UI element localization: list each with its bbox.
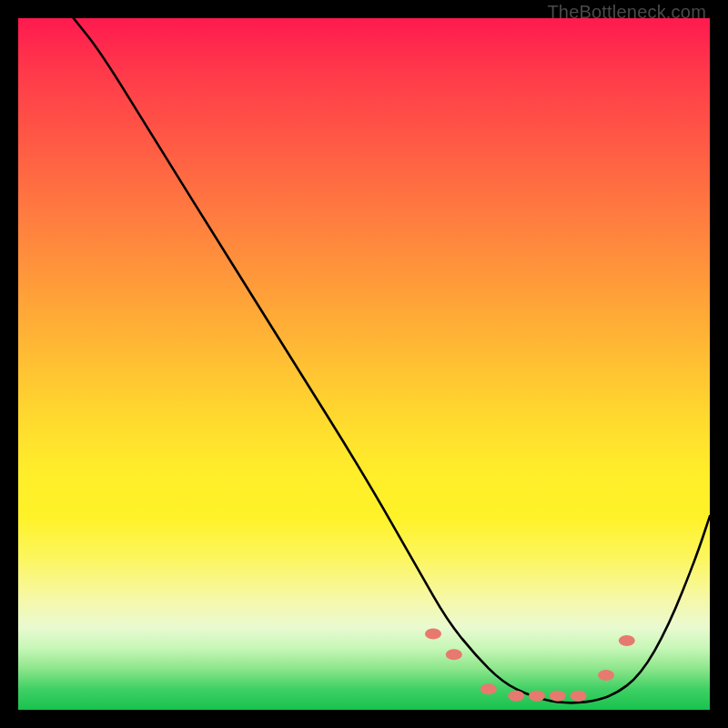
curve-group	[74, 18, 710, 703]
marker-dot	[619, 635, 635, 646]
attribution-text: TheBottleneck.com	[547, 2, 706, 23]
bottleneck-curve	[74, 18, 710, 703]
marker-dot	[598, 670, 614, 681]
marker-dot	[446, 649, 462, 660]
marker-dot	[425, 628, 441, 639]
marker-dot	[480, 683, 497, 694]
marker-dot	[529, 691, 545, 702]
marker-dot	[508, 691, 524, 702]
chart-frame	[18, 18, 710, 710]
marker-dot	[571, 691, 587, 702]
chart-svg	[18, 18, 710, 710]
marker-dot	[550, 691, 566, 702]
marker-group	[425, 628, 635, 701]
